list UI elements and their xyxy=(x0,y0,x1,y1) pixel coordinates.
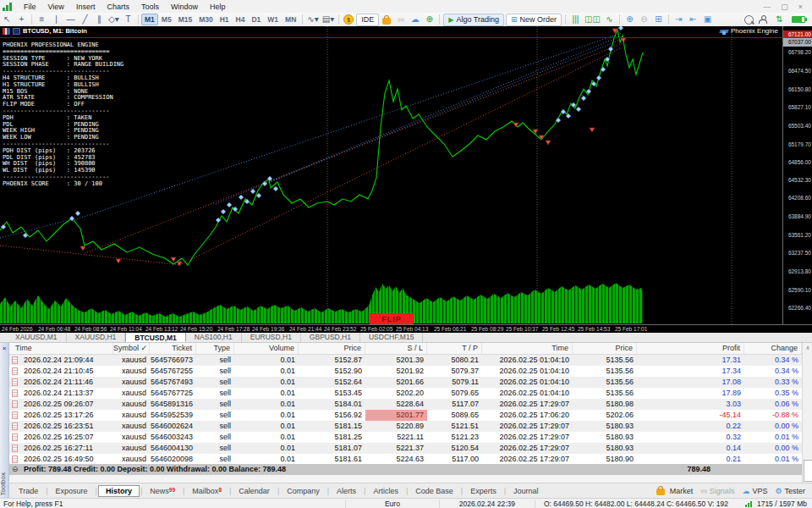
algo-trading-button[interactable]: ▶Algo Trading xyxy=(443,14,504,26)
search-icon[interactable] xyxy=(744,15,754,25)
table-row[interactable]: 2026.02.24 21:11:46xauusd5645767493sell0… xyxy=(8,377,802,388)
column-header-price[interactable]: Price xyxy=(299,343,365,354)
crosshair-icon[interactable]: + xyxy=(14,14,29,25)
auto-scroll-icon[interactable]: ⇤ xyxy=(686,14,700,25)
ea-label[interactable]: Phoenix Engine xyxy=(720,27,778,35)
shift-end-icon[interactable]: ⇥ xyxy=(672,14,686,25)
bar-chart-icon[interactable]: ||| xyxy=(568,14,583,25)
scroll-up-icon[interactable]: ∧ xyxy=(803,343,812,352)
timeframe-mn[interactable]: MN xyxy=(282,14,299,25)
menu-item-help[interactable]: Help xyxy=(204,0,232,13)
toolbox-tab-mailbox[interactable]: Mailbox8 xyxy=(185,486,228,496)
close-button[interactable]: × xyxy=(794,3,807,11)
chart-tab-nas100-h1[interactable]: NAS100,H1 xyxy=(186,332,242,342)
indicators-icon[interactable]: ∿▾ xyxy=(305,14,320,25)
templates-icon[interactable]: ▤▾ xyxy=(321,14,336,25)
vertical-line-icon[interactable]: | xyxy=(49,14,63,25)
column-header-type[interactable]: Type xyxy=(196,343,234,354)
menu-item-window[interactable]: Window xyxy=(165,0,204,13)
timeframe-h1[interactable]: H1 xyxy=(217,14,233,25)
cursor-icon[interactable]: ↖ xyxy=(0,14,14,25)
chart-tab-gbpusd-h1[interactable]: GBPUSD,H1 xyxy=(301,332,360,342)
chart-tab-eurusd-h1[interactable]: EURUSD,H1 xyxy=(242,332,301,342)
timeframe-m30[interactable]: M30 xyxy=(195,14,217,25)
account-icon[interactable] xyxy=(759,15,767,24)
timeframe-m1[interactable]: M1 xyxy=(141,14,158,25)
equidistant-channel-icon[interactable]: ∥ xyxy=(92,14,107,25)
toolbox-tab-calendar[interactable]: Calendar xyxy=(232,486,277,496)
lines-list-icon[interactable]: ≡ xyxy=(35,14,49,25)
signals-button[interactable]: ((•))Signals xyxy=(700,487,734,495)
toolbox-tab-history[interactable]: History xyxy=(98,485,140,497)
toolbox-tab-experts[interactable]: Experts xyxy=(464,486,503,496)
toolbox-tab-journal[interactable]: Journal xyxy=(507,486,546,496)
toolbox-close-icon[interactable]: × xyxy=(0,345,8,352)
column-header-change[interactable]: Change xyxy=(744,343,802,354)
zoom-out-icon[interactable]: ⊖ xyxy=(637,14,651,25)
timeframe-m15[interactable]: M15 xyxy=(175,14,196,25)
toolbox-tab-news[interactable]: News99 xyxy=(143,486,182,496)
toolbox-tab-trade[interactable]: Trade xyxy=(12,486,45,496)
timeframe-m5[interactable]: M5 xyxy=(158,14,175,25)
toolbox-tab-alerts[interactable]: Alerts xyxy=(330,486,363,496)
fundamentals-coin-icon[interactable]: $ xyxy=(343,14,354,25)
connection-icon[interactable]: ⇅ xyxy=(772,14,787,25)
scroll-thumb[interactable] xyxy=(804,460,812,482)
shapes-icon[interactable]: ◇▾ xyxy=(107,14,121,25)
column-header-ticket[interactable]: Ticket xyxy=(150,343,196,354)
column-header-time[interactable]: Time xyxy=(8,343,113,354)
column-header-profit[interactable]: Profit xyxy=(637,343,744,354)
table-row[interactable]: 2026.02.24 21:10:45xauusd5645767255sell0… xyxy=(8,366,802,377)
collapse-icon[interactable]: ⊖ xyxy=(12,464,19,475)
toolbox-tab-exposure[interactable]: Exposure xyxy=(49,486,95,496)
chart-tab-btcusd-m1[interactable]: BTCUSD,M1 xyxy=(125,332,186,342)
column-header-volume[interactable]: Volume xyxy=(234,343,299,354)
zoom-in-icon[interactable]: ⊕ xyxy=(623,14,637,25)
text-label-icon[interactable]: T xyxy=(121,14,135,25)
candle-chart-icon[interactable]: ◫◫ xyxy=(583,14,602,25)
tester-button[interactable]: ⚙Tester xyxy=(775,487,805,495)
time-axis[interactable]: 24 Feb 202624 Feb 06:4824 Feb 08:5624 Fe… xyxy=(0,324,812,333)
chart-tab-usdchf-m15[interactable]: USDCHF,M15 xyxy=(360,332,423,342)
vps-cloud-icon[interactable]: ☁ xyxy=(408,14,422,25)
table-row[interactable]: 2026.02.25 16:25:07xauusd5646003243sell0… xyxy=(8,432,802,443)
column-header-sl[interactable]: S / L xyxy=(365,343,427,354)
table-row[interactable]: 2026.02.25 13:17:26xauusd5645952539sell0… xyxy=(8,410,802,421)
toolbox-tab-code-base[interactable]: Code Base xyxy=(409,486,460,496)
new-order-button[interactable]: ⊞New Order xyxy=(506,14,562,26)
signals-icon[interactable]: ((•)) xyxy=(393,14,408,25)
line-chart-icon[interactable]: ∿ xyxy=(602,14,617,25)
chart-tab-xauusd-h1[interactable]: XAUUSD,H1 xyxy=(67,332,126,342)
horizontal-line-icon[interactable]: — xyxy=(63,14,78,25)
minimize-button[interactable]: — xyxy=(759,3,775,11)
table-row[interactable]: 2026.02.25 16:23:51xauusd5646002624sell0… xyxy=(8,421,802,432)
column-header-time[interactable]: Time xyxy=(482,343,573,354)
table-scrollbar[interactable]: ∧ xyxy=(802,343,812,483)
timeframe-d1[interactable]: D1 xyxy=(248,14,264,25)
trendline-icon[interactable]: ╱ xyxy=(78,14,92,25)
restore-button[interactable]: ▢ xyxy=(776,3,793,11)
price-axis[interactable]: 67121.00 67037.00 66798.2066474.5066150.… xyxy=(782,26,812,324)
column-header-price[interactable]: Price xyxy=(573,343,637,354)
menu-item-tools[interactable]: Tools xyxy=(135,0,165,13)
timeframe-w1[interactable]: W1 xyxy=(264,14,282,25)
column-header-symbol[interactable]: Symbol ✓ xyxy=(113,343,150,354)
table-row[interactable]: 2026.02.24 21:13:37xauusd5645767725sell0… xyxy=(8,388,802,399)
menu-item-insert[interactable]: Insert xyxy=(70,0,102,13)
tile-windows-icon[interactable]: ⊞ xyxy=(651,14,666,25)
toolbox-tab-company[interactable]: Company xyxy=(280,486,326,496)
menu-item-charts[interactable]: Charts xyxy=(101,0,135,13)
community-icon[interactable]: ⊕ xyxy=(422,14,436,25)
table-row[interactable]: 2026.02.25 09:26:07xauusd5645891316sell0… xyxy=(8,399,802,410)
market-button[interactable]: Market xyxy=(654,486,694,495)
screenshot-camera-icon[interactable]: ▣ xyxy=(700,14,715,25)
menu-item-view[interactable]: View xyxy=(42,0,70,13)
column-header-tp[interactable]: T / P xyxy=(427,343,482,354)
ide-button[interactable]: IDE xyxy=(356,14,379,26)
vps-button[interactable]: ☁VPS xyxy=(742,487,767,495)
table-row[interactable]: 2026.02.25 16:27:11xauusd5646004130sell0… xyxy=(8,443,802,454)
menu-item-file[interactable]: File xyxy=(18,0,42,13)
chart-area[interactable]: BTCUSD, M1: Bitcoin PHOENIX PROFESSIONAL… xyxy=(0,26,812,332)
chart-tab-xauusd-m1[interactable]: XAUUSD,M1 xyxy=(7,332,67,342)
market-bag-icon[interactable] xyxy=(382,18,391,25)
